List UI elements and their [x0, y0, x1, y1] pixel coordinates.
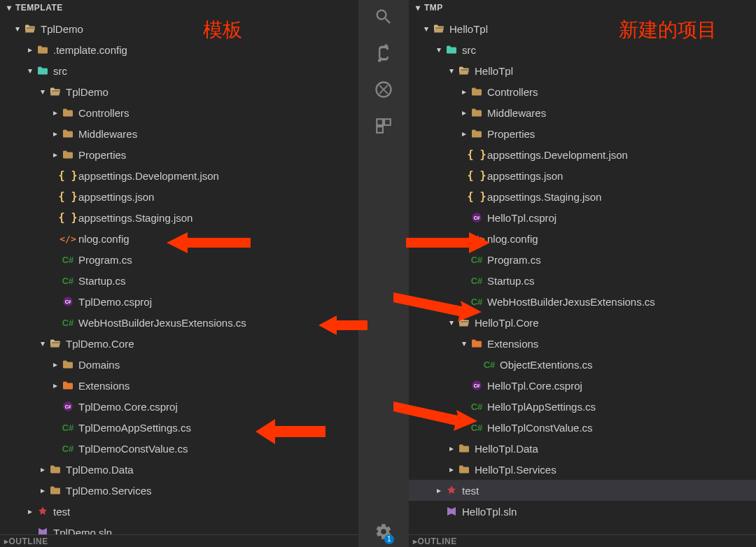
tree-row[interactable]: { }appsettings.Development.json: [409, 144, 756, 165]
right-section-header[interactable]: ▾ TMP: [409, 0, 756, 15]
svg-rect-7: [377, 127, 383, 133]
tree-row[interactable]: C#Startup.cs: [409, 270, 756, 291]
tree-item-label: TplDemo.Services: [66, 485, 152, 497]
left-section-header[interactable]: ▾ TEMPLATE: [0, 0, 358, 15]
tree-row[interactable]: ▾TplDemo: [0, 81, 358, 102]
tree-row[interactable]: C#Startup.cs: [0, 270, 358, 291]
tree-row[interactable]: ▸Controllers: [0, 102, 358, 123]
tree-row[interactable]: ▸Extensions: [0, 375, 358, 396]
folder-open-icon: [456, 66, 472, 76]
extensions-folder-icon: [469, 339, 484, 348]
tree-row[interactable]: C#WebHostBuilderJexusExtensions.cs: [409, 291, 756, 312]
tree-row[interactable]: ▾src: [409, 39, 756, 60]
tree-item-label: Extensions: [78, 380, 130, 392]
chevron-right-icon: ▸: [447, 464, 456, 474]
tree-row[interactable]: ▸test: [409, 480, 756, 501]
tree-item-label: Domains: [78, 359, 120, 371]
tree-row[interactable]: ▾TplDemo: [0, 18, 358, 39]
tree-row[interactable]: ▸Middlewares: [0, 123, 358, 144]
tree-item-label: appsettings.json: [487, 170, 563, 182]
tree-row[interactable]: { }appsettings.Staging.json: [409, 186, 756, 207]
tree-item-label: HelloTpl: [475, 65, 513, 77]
tree-row[interactable]: ▸Controllers: [409, 81, 756, 102]
tree-row[interactable]: C#HelloTplAppSettings.cs: [409, 396, 756, 417]
settings-gear-icon[interactable]: 1: [374, 523, 393, 543]
extensions-icon[interactable]: [372, 115, 395, 137]
tree-row[interactable]: ▸HelloTpl.Services: [409, 459, 756, 480]
left-explorer-panel: ▾ TEMPLATE ▾TplDemo▸.template.config▾src…: [0, 0, 358, 547]
tree-item-label: TplDemo.csproj: [78, 296, 152, 308]
json-icon: { }: [469, 169, 484, 182]
tree-item-label: HelloTpl: [449, 23, 488, 35]
tree-row[interactable]: C#WebHostBuilderJexusExtensions.cs: [0, 312, 358, 333]
test-folder-icon: [35, 506, 50, 517]
tree-row[interactable]: ▸TplDemo.Services: [0, 480, 358, 501]
sln-icon: [444, 506, 459, 517]
tree-row[interactable]: ▸.template.config: [0, 39, 358, 60]
chevron-down-icon: ▾: [38, 339, 48, 348]
tree-item-label: TplDemoAppSettings.cs: [78, 422, 191, 434]
left-tree: ▾TplDemo▸.template.config▾src▾TplDemo▸Co…: [0, 15, 358, 543]
tree-row[interactable]: </>nlog.config: [409, 228, 756, 249]
tree-row[interactable]: C#HelloTpl.Core.csproj: [409, 375, 756, 396]
tree-row[interactable]: C#Program.cs: [409, 249, 756, 270]
tree-row[interactable]: ▸TplDemo.Data: [0, 459, 358, 480]
chevron-down-icon: ▾: [4, 3, 14, 13]
tree-row[interactable]: { }appsettings.Staging.json: [0, 207, 358, 228]
chevron-down-icon: ▾: [447, 66, 456, 76]
json-icon: { }: [60, 190, 76, 203]
chevron-right-icon: ▸: [50, 108, 60, 118]
folder-icon: [469, 87, 484, 97]
tree-row[interactable]: ▸test: [0, 501, 358, 522]
src-folder-icon: [35, 66, 50, 76]
csproj-icon: C#: [60, 401, 76, 412]
tree-row[interactable]: { }appsettings.json: [409, 165, 756, 186]
right-header-label: TMP: [424, 3, 443, 13]
json-icon: { }: [60, 211, 76, 224]
chevron-right-icon: ▸: [25, 506, 35, 516]
tree-item-label: TplDemo.Core.csproj: [78, 401, 178, 413]
tree-row[interactable]: ▸Properties: [409, 123, 756, 144]
tree-row[interactable]: C#TplDemo.Core.csproj: [0, 396, 358, 417]
tree-row[interactable]: C#TplDemoAppSettings.cs: [0, 417, 358, 438]
tree-row[interactable]: C#HelloTpl.csproj: [409, 207, 756, 228]
tree-row[interactable]: C#TplDemoConstValue.cs: [0, 438, 358, 459]
folder-open-icon: [48, 87, 63, 97]
tree-row[interactable]: ▸Properties: [0, 144, 358, 165]
tree-row[interactable]: ▾HelloTpl: [409, 60, 756, 81]
tree-row[interactable]: C#HelloTplConstValue.cs: [409, 417, 756, 438]
svg-text:C#: C#: [65, 299, 71, 304]
chevron-down-icon: ▾: [447, 318, 456, 327]
csproj-icon: C#: [469, 380, 484, 391]
tree-row[interactable]: ▸Middlewares: [409, 102, 756, 123]
tree-row[interactable]: ▾TplDemo.Core: [0, 333, 358, 354]
tree-row[interactable]: ▾HelloTpl.Core: [409, 312, 756, 333]
tree-row[interactable]: ▸HelloTpl.Data: [409, 438, 756, 459]
tree-row[interactable]: ▾src: [0, 60, 358, 81]
tree-item-label: TplDemo.Data: [66, 464, 134, 476]
tree-row[interactable]: C#ObjectExtentions.cs: [409, 354, 756, 375]
search-icon[interactable]: [372, 6, 395, 28]
tree-item-label: Middlewares: [487, 107, 546, 119]
right-outline-header[interactable]: ▸ OUTLINE: [409, 534, 756, 547]
tree-row[interactable]: C#Program.cs: [0, 249, 358, 270]
debug-icon[interactable]: [372, 78, 395, 101]
csproj-icon: C#: [469, 212, 484, 223]
tree-row[interactable]: ▾HelloTpl: [409, 18, 756, 39]
tree-item-label: HelloTplConstValue.cs: [487, 422, 593, 434]
tree-row[interactable]: HelloTpl.sln: [409, 501, 756, 522]
source-control-icon[interactable]: [372, 42, 395, 64]
tree-row[interactable]: C#TplDemo.csproj: [0, 291, 358, 312]
tree-row[interactable]: { }appsettings.Development.json: [0, 165, 358, 186]
tree-row[interactable]: ▸Domains: [0, 354, 358, 375]
tree-row[interactable]: </>nlog.config: [0, 228, 358, 249]
tree-item-label: TplDemo: [41, 23, 83, 35]
left-outline-header[interactable]: ▸ OUTLINE: [0, 534, 358, 547]
chevron-right-icon: ▸: [50, 150, 60, 159]
tree-item-label: Properties: [487, 128, 535, 140]
tree-item-label: Startup.cs: [487, 275, 535, 287]
tree-row[interactable]: ▾Extensions: [409, 333, 756, 354]
tree-row[interactable]: { }appsettings.json: [0, 186, 358, 207]
csharp-icon: C#: [60, 255, 76, 265]
chevron-down-icon: ▾: [13, 24, 22, 34]
